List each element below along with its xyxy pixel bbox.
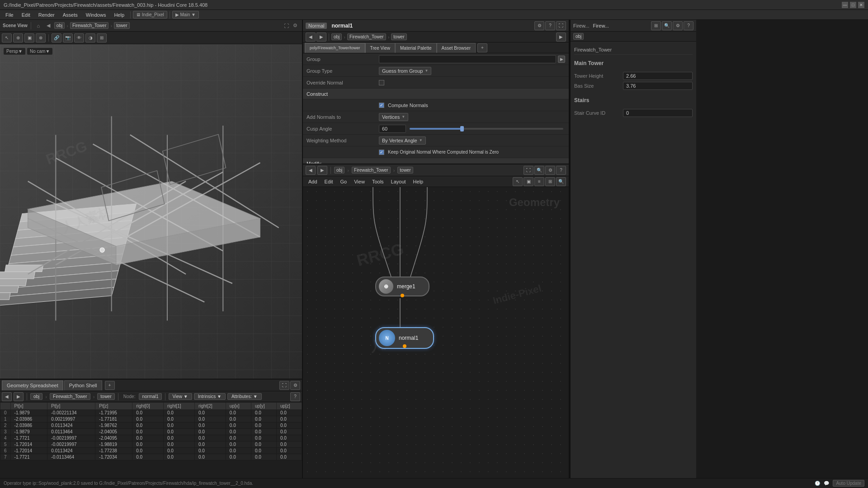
menu-windows[interactable]: Windows [82,11,110,19]
props-obj-btn[interactable]: obj [331,33,342,40]
ng-tower-btn[interactable]: tower [397,167,413,174]
spreadsheet-ft-btn[interactable]: Firewatch_Tower [50,393,90,400]
tool-cam[interactable]: 📷 [63,33,73,42]
cusp-angle-slider-handle[interactable] [460,126,464,131]
stair-curve-input[interactable] [623,109,693,117]
viewport-obj-btn[interactable]: obj [54,22,65,29]
ng-menu-view[interactable]: View [351,178,368,185]
tool-select2[interactable]: ⊕ [13,33,23,42]
menu-file[interactable]: File [2,11,17,19]
ng-tool-select-button[interactable]: ↖ [513,177,523,186]
keep-original-checkbox[interactable] [379,150,384,155]
tab-material-palette[interactable]: Material Palette [395,43,436,53]
props-nav-back-button[interactable]: ◀ [306,33,316,42]
ng-menu-tools[interactable]: Tools [369,178,387,185]
right-panel-settings-button[interactable]: ⚙ [673,21,683,30]
tool-vis[interactable]: 👁 [74,33,84,42]
node-merge1[interactable]: ⊕ merge1 [375,277,429,296]
section-construct[interactable]: Construct [303,89,569,99]
minimize-button[interactable]: — [842,2,848,8]
menu-render[interactable]: Render [35,11,58,19]
ng-help-button[interactable]: ? [556,166,566,175]
props-settings-button[interactable]: ⚙ [534,21,544,30]
ng-search-button[interactable]: 🔍 [534,166,544,175]
close-button[interactable]: ✕ [858,2,864,8]
menu-help[interactable]: Help [110,11,128,19]
override-normal-checkbox[interactable] [379,80,384,85]
tab-tree-view[interactable]: Tree View [365,43,395,53]
right-panel-help-button[interactable]: ? [684,21,693,30]
spreadsheet-intrinsics-dropdown[interactable]: Intrinsics ▼ [194,393,226,400]
prop-group-arrow-button[interactable]: ▶ [558,56,565,63]
ng-tool-layout-button[interactable]: ≡ [534,177,544,186]
tower-height-input[interactable] [623,72,693,80]
workspace-selector[interactable]: 🖥 Indie_Pixel [133,11,167,19]
bas-size-input[interactable] [623,82,693,90]
camera-label[interactable]: No cam▼ [27,48,52,55]
ng-nav-fwd-button[interactable]: ▶ [317,166,327,175]
tool-select4[interactable]: ⊗ [36,33,46,42]
spreadsheet-nav-fwd-button[interactable]: ▶ [14,392,24,401]
spreadsheet-gear-button[interactable]: ⚙ [290,381,300,390]
prop-add-normals-dropdown[interactable]: Vertices ▼ [379,113,408,121]
prop-cusp-angle-input[interactable] [379,125,406,133]
tool-grid[interactable]: ⊞ [97,33,107,42]
ng-menu-help[interactable]: Help [410,178,426,185]
spreadsheet-view-dropdown[interactable]: View ▼ [169,393,192,400]
ng-ft-btn[interactable]: Firewatch_Tower [352,167,391,174]
tool-shading[interactable]: ◑ [85,33,95,42]
right-panel-search-button[interactable]: 🔍 [662,21,672,30]
spreadsheet-node-select[interactable]: normal1 [139,393,161,400]
tab-geometry-spreadsheet[interactable]: Geometry Spreadsheet [2,380,63,390]
auto-update-button[interactable]: Auto Update [833,480,864,487]
ng-menu-go[interactable]: Go [338,178,350,185]
props-add-tab-button[interactable]: + [477,43,487,52]
perspective-label[interactable]: Persp▼ [4,48,25,55]
maximize-button[interactable]: □ [850,2,856,8]
viewport-home-icon[interactable]: ⌂ [34,22,42,30]
props-ft-btn[interactable]: Firewatch_Tower [347,33,386,40]
ng-maximize-button[interactable]: ⛶ [524,166,533,175]
viewport-firewatch-btn[interactable]: Firewatch_Tower [70,22,109,29]
desktop-selector[interactable]: ▶ Main ▼ [172,11,199,19]
spreadsheet-maximize-button[interactable]: ⛶ [279,381,289,390]
prop-group-input[interactable] [379,55,556,63]
props-tower-btn[interactable]: tower [391,33,406,40]
tool-select3[interactable]: ▣ [24,33,34,42]
ng-search-input-button[interactable]: 🔍 [556,177,566,186]
viewport-maximize-icon[interactable]: ⛶ [282,22,290,30]
viewport-settings-icon[interactable]: ⚙ [291,22,299,30]
spreadsheet-tower-btn[interactable]: tower [97,393,114,400]
node-graph-canvas[interactable]: Geometry RRCG 人人素材 Indie-Pixel [303,187,569,478]
ng-menu-edit[interactable]: Edit [322,178,336,185]
cusp-angle-slider[interactable] [410,128,563,130]
spreadsheet-attributes-dropdown[interactable]: Attributes: ▼ [227,393,262,400]
spreadsheet-nav-back-button[interactable]: ◀ [2,392,12,401]
spreadsheet-obj-btn[interactable]: obj [30,393,42,400]
node-normal1[interactable]: N normal1 [375,327,434,349]
props-arrow-right-button[interactable]: ▶ [556,33,566,42]
section-modify[interactable]: Modify [303,158,569,164]
ng-obj-btn[interactable]: obj [334,167,344,174]
tab-python-shell[interactable]: Python Shell [64,380,102,390]
spreadsheet-add-tab-button[interactable]: + [105,381,115,390]
props-maximize-button[interactable]: ⛶ [556,21,566,30]
ng-nav-back-button[interactable]: ◀ [306,166,316,175]
menu-assets[interactable]: Assets [59,11,81,19]
ng-settings-button[interactable]: ⚙ [545,166,555,175]
ng-menu-add[interactable]: Add [306,178,320,185]
tool-snap[interactable]: 🔗 [52,33,61,42]
viewport-tower-btn[interactable]: tower [114,22,129,29]
spreadsheet-help-button[interactable]: ? [290,392,300,401]
right-panel-expand-button[interactable]: ⊞ [651,21,661,30]
right-obj-btn[interactable]: obj [573,33,584,40]
ng-menu-layout[interactable]: Layout [388,178,409,185]
prop-group-type-dropdown[interactable]: Guess from Group ▼ [379,67,431,75]
props-nav-fwd-button[interactable]: ▶ [316,33,326,42]
menu-edit[interactable]: Edit [18,11,34,19]
tab-asset-browser[interactable]: Asset Browser [437,43,476,53]
prop-weighting-dropdown[interactable]: By Vertex Angle ▼ [379,136,426,145]
tool-select[interactable]: ↖ [2,33,12,42]
ng-tool-box-button[interactable]: ▣ [524,177,533,186]
props-help-button[interactable]: ? [545,21,555,30]
